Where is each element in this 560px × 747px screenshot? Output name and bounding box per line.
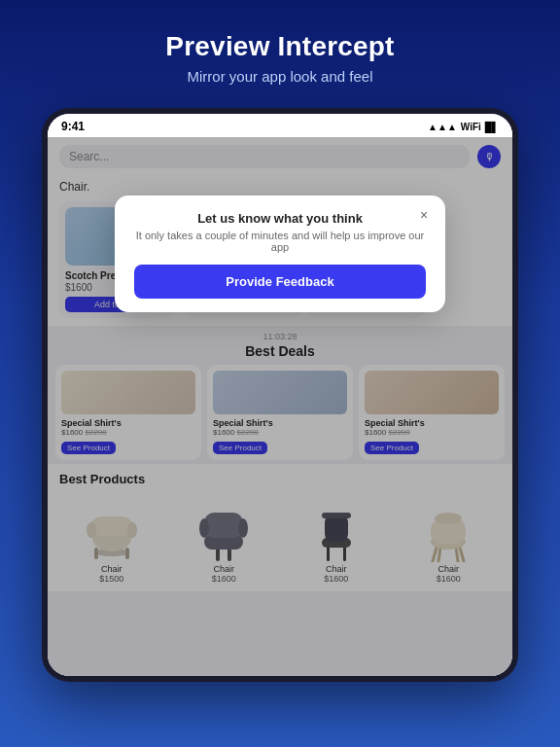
modal-overlay: × Let us know what you think It only tak… — [48, 137, 512, 676]
status-icons: ▲▲▲ WiFi █▌ — [428, 122, 499, 132]
page-title: Preview Intercept — [165, 31, 394, 62]
tablet-screen: 9:41 ▲▲▲ WiFi █▌ Searc... 🎙 Chair. ♥ — [48, 114, 512, 676]
page-subtitle: Mirror your app look and feel — [165, 68, 394, 85]
modal-box: × Let us know what you think It only tak… — [115, 196, 445, 312]
signal-icon: ▲▲▲ — [428, 122, 457, 132]
page-header: Preview Intercept Mirror your app look a… — [165, 31, 394, 85]
status-bar: 9:41 ▲▲▲ WiFi █▌ — [48, 114, 512, 137]
wifi-icon: WiFi — [461, 122, 481, 132]
app-content: Searc... 🎙 Chair. ♥ Scotch Premium $1600… — [48, 137, 512, 676]
provide-feedback-button[interactable]: Provide Feedback — [134, 265, 426, 299]
battery-icon: █▌ — [485, 122, 499, 132]
modal-close-button[interactable]: × — [414, 205, 434, 225]
tablet-frame: 9:41 ▲▲▲ WiFi █▌ Searc... 🎙 Chair. ♥ — [42, 108, 518, 682]
modal-title: Let us know what you think — [134, 211, 426, 226]
status-time: 9:41 — [61, 120, 85, 133]
modal-subtitle: It only takes a couple of minutes and wi… — [134, 230, 426, 253]
